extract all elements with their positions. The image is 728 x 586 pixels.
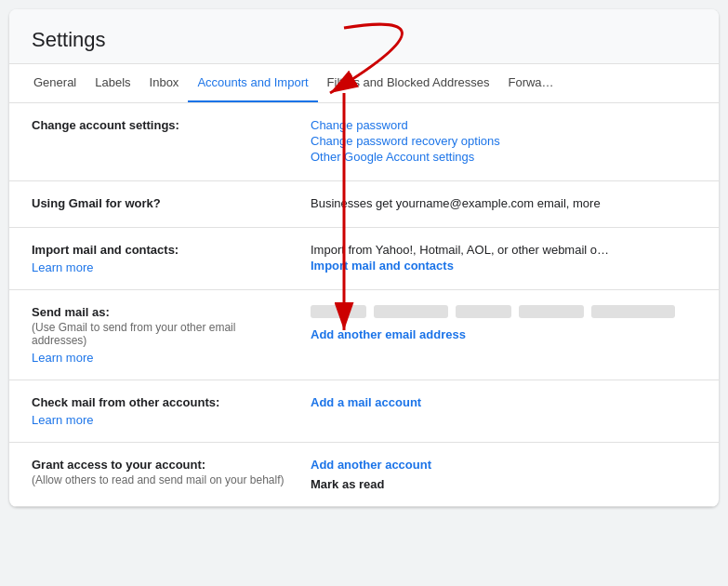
add-mail-account-link[interactable]: Add a mail account (311, 395, 421, 409)
grant-access-sublabel: (Allow others to read and send mail on y… (32, 473, 292, 486)
google-account-settings-link[interactable]: Other Google Account settings (311, 150, 474, 164)
gmail-work-content: Businesses get yourname@example.com emai… (311, 196, 696, 210)
gmail-work-label: Using Gmail for work? (32, 196, 292, 210)
change-account-label: Change account settings: (32, 118, 292, 132)
redacted-col2 (456, 305, 511, 318)
tabs-bar: General Labels Inbox Accounts and Import… (9, 64, 719, 103)
send-mail-content: Add another email address (311, 305, 696, 341)
add-another-email-link[interactable]: Add another email address (311, 327, 466, 341)
send-mail-learn-more[interactable]: Learn more (32, 351, 292, 365)
mark-as-read-label: Mark as read (311, 477, 696, 491)
import-mail-learn-more[interactable]: Learn more (32, 260, 292, 274)
change-account-content: Change password Change password recovery… (311, 118, 696, 166)
check-mail-label: Check mail from other accounts: (32, 395, 292, 409)
tab-forwarding[interactable]: Forwa… (498, 64, 563, 103)
grant-access-content: Add another account Mark as read (311, 458, 696, 491)
redacted-col1 (374, 305, 448, 318)
check-mail-learn-more[interactable]: Learn more (32, 413, 292, 427)
redacted-col3 (519, 305, 584, 318)
add-another-account-link[interactable]: Add another account (311, 458, 431, 472)
tab-accounts-import[interactable]: Accounts and Import (188, 64, 317, 103)
tab-labels[interactable]: Labels (86, 64, 139, 103)
change-password-link[interactable]: Change password (311, 118, 408, 132)
gmail-work-description: Businesses get yourname@example.com emai… (311, 196, 601, 210)
row-check-mail: Check mail from other accounts: Learn mo… (9, 380, 719, 443)
tab-inbox[interactable]: Inbox (140, 64, 189, 103)
row-grant-access: Grant access to your account: (Allow oth… (9, 443, 719, 507)
page-title: Settings (9, 9, 719, 64)
row-send-mail: Send mail as: (Use Gmail to send from yo… (9, 290, 719, 380)
check-mail-content: Add a mail account (311, 395, 696, 409)
redacted-col4 (591, 305, 675, 318)
grant-access-label: Grant access to your account: (32, 458, 292, 472)
change-password-recovery-link[interactable]: Change password recovery options (311, 134, 500, 148)
import-mail-description: Import from Yahoo!, Hotmail, AOL, or oth… (311, 243, 696, 257)
send-mail-email-line (311, 305, 696, 318)
settings-body: Change account settings: Change password… (9, 103, 719, 507)
import-mail-content: Import from Yahoo!, Hotmail, AOL, or oth… (311, 243, 696, 273)
row-import-mail: Import mail and contacts: Learn more Imp… (9, 228, 719, 290)
send-mail-label: Send mail as: (32, 305, 292, 319)
redacted-email (311, 305, 366, 318)
row-change-account: Change account settings: Change password… (9, 103, 719, 181)
send-mail-sublabel: (Use Gmail to send from your other email… (32, 321, 292, 347)
row-gmail-work: Using Gmail for work? Businesses get you… (9, 181, 719, 228)
import-mail-label: Import mail and contacts: (32, 243, 292, 257)
import-mail-contacts-link[interactable]: Import mail and contacts (311, 259, 454, 273)
tab-general[interactable]: General (24, 64, 86, 103)
tab-filters-blocked[interactable]: Filters and Blocked Addresses (318, 64, 499, 103)
